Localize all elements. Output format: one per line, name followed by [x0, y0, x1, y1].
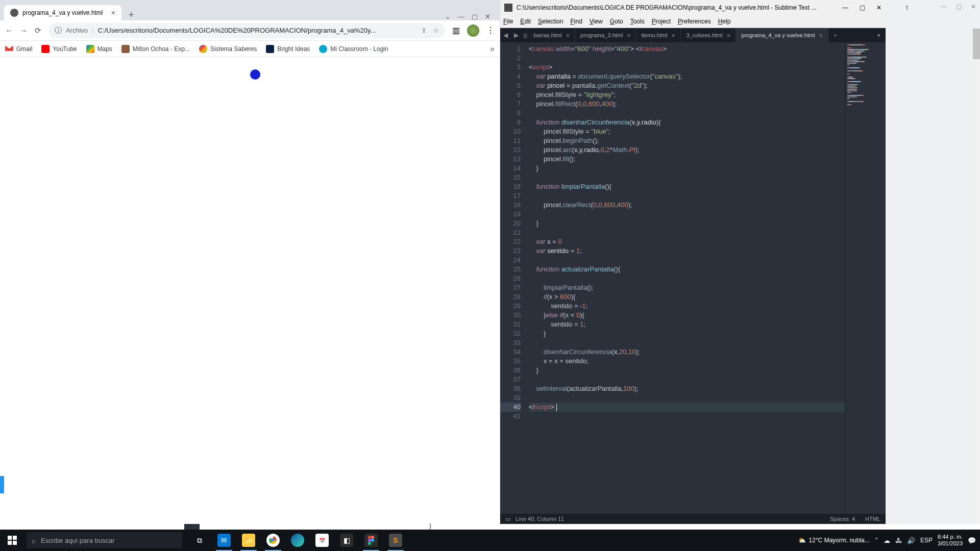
editor-tab[interactable]: barras.html× [528, 28, 575, 42]
menu-find[interactable]: Find [570, 18, 582, 25]
tab-favicon-icon [10, 9, 18, 17]
network-icon[interactable]: 🖧 [895, 537, 902, 544]
menu-icon[interactable]: ⋮ [486, 26, 495, 35]
new-tab-button[interactable]: + [828, 32, 842, 38]
taskbar-app[interactable]: ◧ [334, 530, 359, 551]
svg-point-3 [371, 536, 374, 539]
maximize-icon[interactable]: ▢ [956, 3, 962, 10]
minimize-icon[interactable]: — [458, 13, 464, 20]
menu-help[interactable]: Help [718, 18, 731, 25]
taskbar-figma[interactable] [359, 530, 383, 551]
taskbar-sublime[interactable]: S [383, 530, 408, 551]
share-icon[interactable]: ⇪ [421, 27, 427, 34]
menu-goto[interactable]: Goto [610, 18, 623, 25]
star-icon[interactable]: ☆ [433, 27, 439, 34]
taskbar: ⌕ Escribe aquí para buscar ⧉ ✉ 📁 📅 ◧ S ⛅… [0, 530, 980, 551]
svg-point-6 [368, 542, 371, 545]
bookmark-maps[interactable]: Maps [86, 45, 112, 53]
tab-close-icon[interactable]: × [111, 9, 115, 17]
close-icon[interactable]: ✕ [971, 3, 976, 10]
taskbar-mail[interactable]: ✉ [212, 530, 236, 551]
scrollbar[interactable] [973, 29, 980, 524]
line-gutter[interactable]: 1234567891011121314151617181920212223242… [500, 42, 525, 514]
bookmark-classroom[interactable]: Mi Classroom - Login [319, 45, 388, 53]
status-syntax[interactable]: HTML [865, 516, 880, 522]
tab-close-icon[interactable]: × [727, 32, 731, 39]
editor-tab[interactable]: programa_3.html× [575, 28, 636, 42]
tab-close-icon[interactable]: × [672, 32, 676, 39]
bookmark-sistema[interactable]: Sistema Saberes [199, 45, 257, 53]
taskbar-search[interactable]: ⌕ Escribe aquí para buscar [27, 532, 182, 548]
maximize-icon[interactable]: ▢ [472, 13, 478, 20]
editor-tab[interactable]: tiemo.html× [636, 28, 681, 42]
close-icon[interactable]: ✕ [876, 4, 881, 11]
tab-close-icon[interactable]: × [627, 32, 631, 39]
editor-tab[interactable]: 3_colores.html× [681, 28, 736, 42]
onedrive-icon[interactable]: ☁ [884, 537, 890, 544]
tab-close-icon[interactable]: × [566, 32, 570, 39]
bookmark-bright[interactable]: Bright Ideas [266, 45, 310, 53]
site-info-icon[interactable]: ⓘ [55, 26, 62, 35]
bookmarks-overflow-icon[interactable]: » [490, 44, 495, 54]
menu-view[interactable]: View [590, 18, 603, 25]
profile-avatar[interactable] [467, 24, 479, 37]
taskbar-chrome[interactable] [261, 530, 285, 551]
tray-overflow-icon[interactable]: ˄ [875, 537, 878, 544]
menu-selection[interactable]: Selection [538, 18, 563, 25]
sublime-titlebar: C:\Users\escritorio\Documents\LOGICA DE … [500, 0, 886, 15]
minimap[interactable] [845, 42, 886, 514]
menu-tools[interactable]: Tools [630, 18, 645, 25]
reload-button[interactable]: ⟳ [35, 26, 41, 35]
tab-overflow-icon[interactable]: ▾ [872, 32, 886, 39]
sublime-menubar: FileEditSelectionFindViewGotoToolsProjec… [500, 15, 886, 28]
search-icon: ⌕ [32, 537, 36, 544]
tab-close-icon[interactable]: × [819, 32, 823, 39]
notifications-icon[interactable]: 💬 [968, 537, 976, 544]
canvas-circle [250, 69, 260, 80]
selection-indicator [0, 476, 4, 493]
chrome-tab-active[interactable]: programa_4_va y vuelve.html × [4, 5, 121, 20]
windows-logo-icon [8, 536, 17, 545]
editor-tab[interactable]: programa_4_va y vuelve.html× [736, 28, 828, 42]
tab-nav-back-icon[interactable]: ◀ [500, 32, 511, 39]
code-area[interactable]: <canvas width="600" height="400"> </canv… [525, 42, 845, 514]
maximize-icon[interactable]: ▢ [860, 4, 865, 11]
chrome-window-controls: ⌄ — ▢ ✕ [445, 13, 496, 20]
back-button[interactable]: ← [5, 26, 13, 35]
sublime-statusbar: ▭ Line 40, Column 11 Spaces: 4 HTML [500, 514, 886, 524]
scrollbar-thumb[interactable] [973, 29, 980, 59]
svg-point-2 [368, 536, 371, 539]
forward-button[interactable]: → [20, 26, 28, 35]
tab-nav-fwd-icon[interactable]: ▶ [511, 32, 522, 39]
new-tab-button[interactable]: + [126, 10, 137, 20]
menu-file[interactable]: File [503, 18, 513, 25]
start-button[interactable] [0, 530, 24, 551]
chevron-down-icon[interactable]: ⌄ [445, 13, 451, 20]
bookmark-milton[interactable]: Milton Ochoa - Exp... [121, 45, 190, 53]
weather-widget[interactable]: ⛅ 12°C Mayorm. nubla... [798, 537, 870, 544]
taskbar-edge[interactable] [285, 530, 310, 551]
status-panel-icon[interactable]: ▭ [505, 516, 510, 522]
sublime-tabbar: ◀ ▶ |||| barras.html×programa_3.html×tie… [500, 28, 886, 42]
bookmark-gmail[interactable]: Gmail [5, 45, 32, 53]
menu-preferences[interactable]: Preferences [678, 18, 711, 25]
volume-icon[interactable]: 🔊 [907, 537, 915, 544]
chrome-viewport [0, 57, 500, 524]
clock[interactable]: 8:44 p. m. 3/01/2023 [938, 534, 963, 547]
tab-columns-icon[interactable]: |||| [522, 32, 528, 38]
sublime-editor: 1234567891011121314151617181920212223242… [500, 42, 886, 514]
status-spaces[interactable]: Spaces: 4 [830, 516, 855, 522]
menu-edit[interactable]: Edit [520, 18, 531, 25]
minimize-icon[interactable]: — [941, 3, 947, 10]
close-icon[interactable]: ✕ [485, 13, 491, 20]
taskbar-calendar[interactable]: 📅 [310, 530, 334, 551]
language-indicator[interactable]: ESP [920, 537, 933, 544]
taskbar-explorer[interactable]: 📁 [236, 530, 261, 551]
sidepanel-icon[interactable]: ▥ [452, 26, 460, 35]
tab-title: programa_4_va y vuelve.html [22, 9, 103, 16]
task-view-button[interactable]: ⧉ [187, 530, 212, 551]
menu-project[interactable]: Project [652, 18, 671, 25]
address-bar[interactable]: ⓘ Archivo | C:/Users/escritorio/Document… [48, 23, 445, 38]
bookmark-youtube[interactable]: YouTube [41, 45, 77, 53]
minimize-icon[interactable]: — [842, 4, 848, 11]
